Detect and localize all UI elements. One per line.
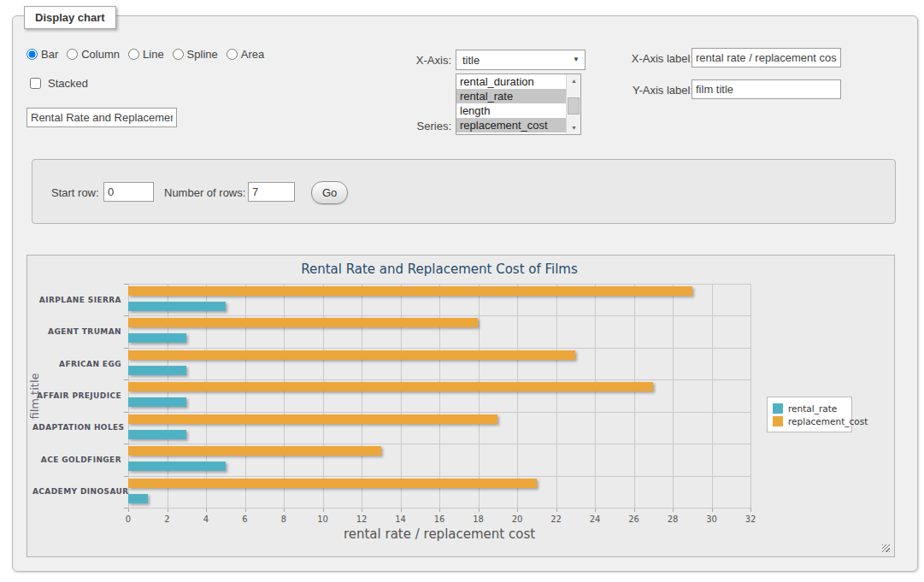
bar-replacement_cost[interactable] <box>128 318 478 327</box>
gridline <box>128 284 750 285</box>
gridline <box>206 284 207 508</box>
y-axis-label-input[interactable] <box>692 79 841 99</box>
series-option-replacement_cost[interactable]: replacement_cost <box>456 118 566 132</box>
x-axis-select[interactable]: title ▼ <box>456 50 586 70</box>
gridline <box>595 284 596 508</box>
scroll-down-icon[interactable]: ▼ <box>567 121 581 134</box>
y-axis-tick <box>124 444 128 444</box>
y-axis-tick <box>124 348 128 349</box>
gridline <box>128 508 750 509</box>
legend-label: rental_rate <box>788 403 837 414</box>
x-axis-label-input[interactable] <box>692 48 841 68</box>
bar-replacement_cost[interactable] <box>128 350 575 360</box>
category-label: ADAPTATION HOLES <box>32 423 121 432</box>
x-tick-label: 8 <box>269 514 298 524</box>
chart-type-option-line[interactable]: Line <box>128 48 164 61</box>
legend-item-replacement_cost[interactable]: replacement_cost <box>773 414 846 427</box>
x-tick-label: 6 <box>231 514 260 524</box>
category-label: ACE GOLDFINGER <box>32 456 121 464</box>
gridline <box>479 284 480 508</box>
chart-type-option-bar[interactable]: Bar <box>26 48 58 61</box>
y-axis-tick <box>124 379 128 380</box>
scroll-up-icon[interactable]: ▲ <box>567 74 581 87</box>
chart-panel: Rental Rate and Replacement Cost of Film… <box>26 255 895 557</box>
legend-label: replacement_cost <box>788 416 868 426</box>
bar-replacement_cost[interactable] <box>128 446 381 456</box>
gridline <box>556 284 557 508</box>
y-axis-tick <box>124 315 128 316</box>
go-button[interactable]: Go <box>311 181 348 204</box>
legend-item-rental_rate[interactable]: rental_rate <box>773 402 846 414</box>
bar-replacement_cost[interactable] <box>128 286 692 296</box>
chart-type-label: Area <box>241 48 264 61</box>
chart-type-radio-line[interactable] <box>128 49 139 60</box>
x-tick-label: 18 <box>464 514 493 524</box>
resize-handle-icon[interactable] <box>882 544 890 552</box>
bar-rental_rate[interactable] <box>128 366 186 375</box>
gridline <box>517 284 518 508</box>
num-rows-label: Number of rows: <box>164 186 245 199</box>
series-scrollbar[interactable]: ▲ ▼ <box>566 74 580 134</box>
y-axis-tick <box>124 508 128 509</box>
category-label: AIRPLANE SIERRA <box>32 296 121 304</box>
y-axis-tick <box>124 412 128 413</box>
x-axis-select-label: X-Axis: <box>366 54 451 67</box>
bar-rental_rate[interactable] <box>128 333 186 343</box>
x-tick-label: 0 <box>114 514 143 524</box>
series-listbox[interactable]: rental_durationrental_ratelengthreplacem… <box>456 73 581 135</box>
chart-type-label: Bar <box>41 48 58 61</box>
gridline <box>128 284 129 508</box>
chart-title-input[interactable] <box>26 108 177 127</box>
fieldset-legend-title: Display chart <box>24 6 116 29</box>
bar-rental_rate[interactable] <box>128 494 148 503</box>
chart-type-radio-bar[interactable] <box>26 49 38 60</box>
y-axis-label-caption: Y-Axis label: <box>599 84 693 97</box>
x-tick-label: 30 <box>697 514 727 524</box>
gridline <box>284 284 285 508</box>
x-tick-label: 16 <box>425 514 454 524</box>
stacked-label[interactable]: Stacked <box>48 77 88 90</box>
y-axis-title: film title <box>28 311 41 482</box>
x-tick-label: 22 <box>542 514 571 524</box>
num-rows-input[interactable] <box>248 182 295 202</box>
series-option-length[interactable]: length <box>456 103 566 118</box>
chart-type-option-area[interactable]: Area <box>227 48 264 61</box>
x-tick-label: 20 <box>503 514 532 524</box>
bar-rental_rate[interactable] <box>128 302 226 311</box>
start-row-input[interactable] <box>103 182 154 202</box>
page: Display chart BarColumnLineSplineArea St… <box>0 0 924 582</box>
bar-replacement_cost[interactable] <box>128 414 497 424</box>
start-row-label: Start row: <box>51 186 99 199</box>
row-controls-panel: Start row: Number of rows: Go <box>32 159 896 224</box>
gridline <box>128 348 750 349</box>
y-axis-tick <box>124 284 128 285</box>
scrollbar-thumb[interactable] <box>568 97 580 115</box>
chart-type-radio-area[interactable] <box>227 49 238 60</box>
chart-type-radio-spline[interactable] <box>173 49 184 60</box>
chart-type-option-spline[interactable]: Spline <box>173 48 218 61</box>
bar-rental_rate[interactable] <box>128 397 186 407</box>
series-options: rental_durationrental_ratelengthreplacem… <box>456 74 566 134</box>
x-tick-label: 28 <box>658 514 687 524</box>
series-select-label: Series: <box>366 120 451 132</box>
chart-type-radio-column[interactable] <box>67 49 78 60</box>
series-option-rental_duration[interactable]: rental_duration <box>456 74 566 89</box>
display-chart-fieldset: Display chart BarColumnLineSplineArea St… <box>12 15 918 572</box>
bar-replacement_cost[interactable] <box>128 382 653 391</box>
bar-replacement_cost[interactable] <box>128 479 537 488</box>
stacked-checkbox[interactable] <box>30 78 41 89</box>
chart-type-option-column[interactable]: Column <box>67 48 120 61</box>
bar-rental_rate[interactable] <box>128 461 226 471</box>
chart-type-label: Spline <box>187 48 218 61</box>
series-option-rental_rate[interactable]: rental_rate <box>456 89 566 103</box>
x-tick-label: 14 <box>386 514 415 524</box>
bar-rental_rate[interactable] <box>128 430 186 439</box>
gridline <box>323 284 324 508</box>
chart-type-label: Column <box>81 48 120 61</box>
stacked-row: Stacked <box>26 75 88 91</box>
chart-type-label: Line <box>143 48 164 61</box>
x-tick-label: 12 <box>347 514 376 524</box>
x-tick-label: 26 <box>620 514 649 524</box>
chart-type-radiogroup: BarColumnLineSplineArea <box>26 48 264 61</box>
gridline <box>168 284 168 508</box>
